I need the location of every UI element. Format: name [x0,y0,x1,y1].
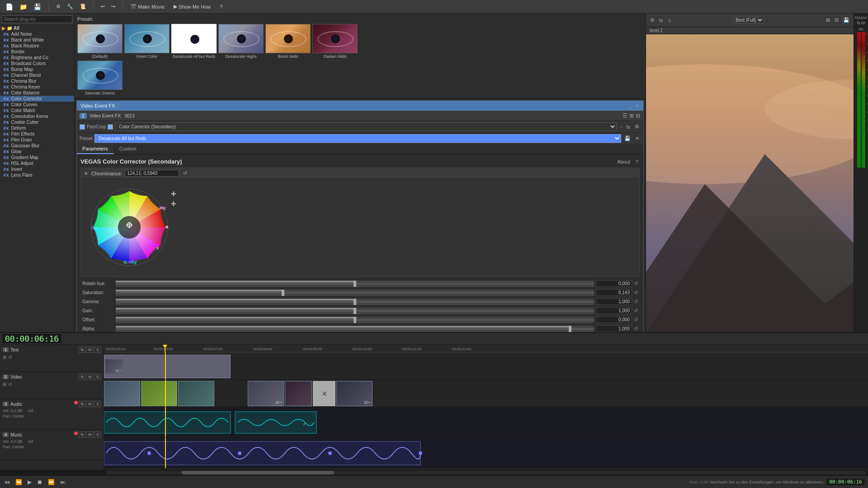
track-2-m-button[interactable]: M [86,374,94,380]
alpha-value[interactable] [596,325,632,332]
fx-item-color-match[interactable]: FX Color Match [0,108,74,113]
fx-item-black-restore[interactable]: FX Black Restore [0,43,74,49]
fx-item-convolution[interactable]: FX Convolution Kerne [0,113,74,119]
preset-desaturate-highs[interactable]: Desaturate Highs [218,24,264,59]
fx-item-film-grain[interactable]: FX Film Grain [0,137,74,143]
fx-item-broadcast[interactable]: FX Broadcast Colors [0,61,74,66]
gamma-value[interactable] [596,298,632,305]
fx-item-glow[interactable]: FX Glow [0,149,74,155]
fx-item-border[interactable]: FX Border [0,49,74,55]
track-2-s-button[interactable]: S [94,374,101,380]
preset-invert[interactable]: Invert Color [124,24,170,59]
script-button[interactable]: 📜 [78,3,88,10]
gamma-reset[interactable]: ↺ [634,299,638,305]
preset-boost-mids[interactable]: Boost Mids [265,24,311,59]
vfx-minimize-button[interactable]: _ [627,103,632,109]
alpha-slider[interactable] [116,326,594,332]
track-1-m-button[interactable]: M [86,347,94,353]
tab-custom[interactable]: Custom [114,144,142,154]
tab-parameters[interactable]: Parameters [77,144,114,154]
video-clip-2[interactable] [141,381,177,406]
fx-item-chroma-blur[interactable]: FX Chroma Blur [0,78,74,84]
gamma-slider[interactable] [116,299,594,305]
fx-item-lens-flare[interactable]: FX Lens Flare [0,172,74,178]
tl-end-button[interactable]: ⏭ [58,478,67,486]
fx-item-bump-map[interactable]: FX Bump Map [0,66,74,72]
preset-default[interactable]: (Default) [77,24,123,59]
chrominance-reset-button[interactable]: ↺ [182,170,189,177]
video-clip-3[interactable] [178,381,214,406]
save-preset-button[interactable]: 💾 [623,135,632,142]
preset-desaturate-reds[interactable]: Desaturate All but Reds [171,24,217,59]
quality-selector[interactable]: Best (Full) [733,17,764,23]
video-clip-4[interactable]: ⊞✂ [248,381,284,406]
fx-item-color-curves[interactable]: FX Color Curves [0,102,74,108]
preview-audio-button[interactable]: ♫ [666,17,673,23]
video-clip-1[interactable] [104,381,140,406]
show-me-how-button[interactable]: ▶ Show Me How [172,3,212,10]
fx-item-black-white[interactable]: FX Black and White [0,37,74,43]
vfx-close-button[interactable]: × [634,103,640,109]
new-button[interactable]: 📄 [4,2,15,11]
track-1-s-button[interactable]: S [94,347,101,353]
preview-save-button[interactable]: 💾 [842,17,851,23]
search-input[interactable] [2,15,72,23]
help-button[interactable]: ? [218,3,224,10]
alpha-reset[interactable]: ↺ [634,326,638,332]
settings-button[interactable]: ⚙ [54,3,62,10]
vfx-grid-view-icon[interactable]: ⊞ [629,112,634,119]
offset-reset[interactable]: ↺ [634,317,638,323]
saturation-reset[interactable]: ↺ [634,290,638,296]
fx-item-cookie-cutter[interactable]: FX Cookie Cutter [0,119,74,125]
tools-button[interactable]: 🔧 [65,3,75,10]
fx-chain-dropdown[interactable]: Color Corrector (Secondary) [115,122,617,131]
eyedropper-bottom-button[interactable]: ✚ [170,200,178,208]
rotate-hue-reset[interactable]: ↺ [634,281,638,286]
tl-stop-button[interactable]: ⏹ [35,478,44,486]
fx-item-film-effects[interactable]: FX Film Effects [0,131,74,137]
offset-slider[interactable] [116,317,594,323]
cc-about-button[interactable]: About [616,159,632,165]
fx-item-chroma-keyer[interactable]: FX Chroma Keyer [0,84,74,90]
tl-play-button[interactable]: ▶ [26,478,33,486]
fx-item-channel-blend[interactable]: FX Channel Blend [0,72,74,78]
preset-saturate-greens[interactable]: Saturate Greens [77,61,123,95]
preset-selector[interactable]: Desaturate All but Reds [94,134,621,143]
gain-slider[interactable] [116,308,594,314]
track-4-m-button[interactable]: M [86,432,94,438]
fx-item-gaussian-blur[interactable]: FX Gaussian Blur [0,143,74,149]
redo-button[interactable]: ↪ [109,3,117,10]
gain-reset[interactable]: ↺ [634,308,638,314]
fx-item-brightness[interactable]: FX Brightness and Co [0,55,74,61]
undo-button[interactable]: ↩ [99,3,107,10]
track-4-s-button[interactable]: S [94,432,101,438]
gain-value[interactable] [596,307,632,314]
track-1-fx-button[interactable]: fx [79,347,85,353]
rotate-hue-slider[interactable] [116,281,594,287]
track-3-s-button[interactable]: S [94,401,101,407]
track-2-fx-button[interactable]: fx [79,374,85,380]
cc-help-button[interactable]: ? [634,159,640,165]
delete-preset-button[interactable]: ✕ [634,135,641,142]
chrominance-value-input[interactable] [125,170,179,177]
fx-item-gradient-map[interactable]: FX Gradient Map [0,155,74,160]
fx-item-invert[interactable]: FX Invert [0,166,74,172]
tl-prev-button[interactable]: ⏪ [14,478,24,486]
fx-settings-button[interactable]: ⚙ [633,123,641,130]
video-clip-6[interactable]: ⊞✂ [336,381,373,406]
rotate-hue-value[interactable] [596,280,632,287]
save-button[interactable]: 💾 [32,2,43,11]
vfx-list-view-icon[interactable]: ☰ [622,112,628,119]
fx-tree-root[interactable]: ▶ 📁 All [0,25,74,31]
collapse-icon[interactable]: ▼ [84,171,89,176]
eyedropper-top-button[interactable]: ✚ [170,190,178,198]
track-4-fx-button[interactable]: fx [79,432,85,438]
video-clip-delete[interactable]: ✕ [313,381,335,406]
track-3-m-button[interactable]: M [86,401,94,407]
tl-next-button[interactable]: ⏩ [46,478,57,486]
track-3-fx-button[interactable]: fx [79,401,85,407]
fx-item-add-noise[interactable]: FX Add Noise [0,31,74,37]
pan-crop-checkbox[interactable] [80,124,85,130]
fx-item-color-corrector[interactable]: FX Color Corrector [0,96,74,102]
saturation-value[interactable] [596,289,632,296]
